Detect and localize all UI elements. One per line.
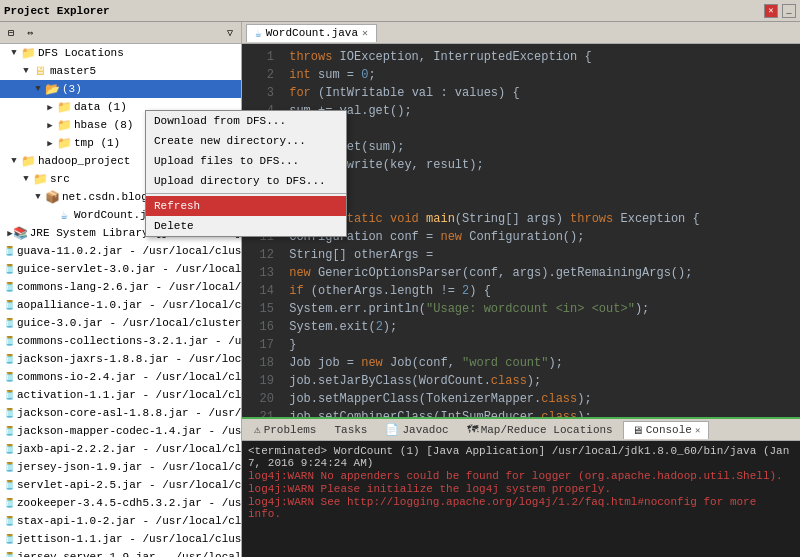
folder3-icon: 📂 [44, 81, 60, 97]
tab-problems[interactable]: ⚠ Problems [246, 421, 324, 438]
stax-api-label: stax-api-1.0-2.jar - /usr/local/cluster/… [17, 515, 241, 527]
stax-api-jar-icon: 🫙 [4, 513, 15, 529]
code-line-13: 13 new GenericOptionsParser(conf, args).… [250, 264, 792, 282]
tree-commons-collections[interactable]: 🫙 commons-collections-3.2.1.jar - /usr/l… [0, 332, 241, 350]
window-min-btn[interactable]: _ [782, 4, 796, 18]
problems-label: Problems [264, 424, 317, 436]
wc-space [44, 209, 56, 221]
tree-commons-lang[interactable]: 🫙 commons-lang-2.6.jar - /usr/local/clus… [0, 278, 241, 296]
code-line-21: 21 job.setCombinerClass(IntSumReducer.cl… [250, 408, 792, 417]
tree-jersey-json[interactable]: 🫙 jersey-json-1.9.jar - /usr/local/clust… [0, 458, 241, 476]
code-line-14: 14 if (otherArgs.length != 2) { [250, 282, 792, 300]
jettison-jar-icon: 🫙 [4, 531, 15, 547]
servlet-api-label: servlet-api-2.5.jar - /usr/local/cluster… [17, 479, 241, 491]
tree-guava[interactable]: 🫙 guava-11.0.2.jar - /usr/local/cluster/… [0, 242, 241, 260]
hadoop-arrow: ▼ [8, 155, 20, 167]
tree-stax-api[interactable]: 🫙 stax-api-1.0-2.jar - /usr/local/cluste… [0, 512, 241, 530]
java-file-icon: ☕ [56, 207, 72, 223]
commons-io-jar-icon: 🫙 [4, 369, 15, 385]
console-header-text: <terminated> WordCount (1) [Java Applica… [248, 445, 789, 469]
console-close-icon[interactable]: ✕ [695, 425, 700, 436]
right-panel: ☕ WordCount.java ✕ 1 throws IOException,… [242, 22, 800, 557]
guice3-jar-icon: 🫙 [4, 315, 15, 331]
tree-jackson-jaxrs[interactable]: 🫙 jackson-jaxrs-1.8.8.jar - /usr/local/c… [0, 350, 241, 368]
hbase-arrow: ▶ [44, 119, 56, 131]
tree-commons-io[interactable]: 🫙 commons-io-2.4.jar - /usr/local/cluste… [0, 368, 241, 386]
hadoop-folder-icon: 📁 [20, 153, 36, 169]
jersey-server-jar-icon: 🫙 [4, 549, 15, 557]
tree-activation[interactable]: 🫙 activation-1.1.jar - /usr/local/cluste… [0, 386, 241, 404]
context-menu-create-dir-label: Create new directory... [154, 135, 306, 147]
context-menu-upload-files[interactable]: Upload files to DFS... [146, 151, 346, 171]
hbase-label: hbase (8) [74, 119, 133, 131]
tab-tasks[interactable]: Tasks [326, 422, 375, 438]
context-menu-download[interactable]: Download from DFS... [146, 111, 346, 131]
tree-aopalliance[interactable]: 🫙 aopalliance-1.0.jar - /usr/local/clust… [0, 296, 241, 314]
commons-lang-jar-icon: 🫙 [4, 279, 15, 295]
console-output[interactable]: <terminated> WordCount (1) [Java Applica… [242, 441, 800, 557]
context-menu-upload-dir[interactable]: Upload directory to DFS... [146, 171, 346, 191]
code-line-1: 1 throws IOException, InterruptedExcepti… [250, 48, 792, 66]
context-menu-create-dir[interactable]: Create new directory... [146, 131, 346, 151]
code-line-16: 16 System.exit(2); [250, 318, 792, 336]
window-close-btn[interactable]: ✕ [764, 4, 778, 18]
tab-console[interactable]: 🖥 Console ✕ [623, 421, 710, 439]
commons-io-label: commons-io-2.4.jar - /usr/local/cluster/… [17, 371, 241, 383]
java-tab-icon: ☕ [255, 27, 262, 40]
jaxb-api-jar-icon: 🫙 [4, 441, 15, 457]
left-toolbar: ⊟ ⇔ ▽ [0, 22, 241, 44]
tree-jaxb-api[interactable]: 🫙 jaxb-api-2.2.2.jar - /usr/local/cluste… [0, 440, 241, 458]
main-layout: ⊟ ⇔ ▽ ▼ 📁 DFS Locations ▼ 🖥 master5 [0, 22, 800, 557]
tab-close-icon[interactable]: ✕ [362, 27, 368, 39]
console-header-line: <terminated> WordCount (1) [Java Applica… [248, 445, 794, 469]
commons-lang-label: commons-lang-2.6.jar - /usr/local/cluste [17, 281, 241, 293]
tree-folder3[interactable]: ▼ 📂 (3) [0, 80, 241, 98]
tree-guice-servlet[interactable]: 🫙 guice-servlet-3.0.jar - /usr/local/clu… [0, 260, 241, 278]
javadoc-icon: 📄 [385, 423, 399, 436]
javadoc-label: Javadoc [402, 424, 448, 436]
jersey-json-label: jersey-json-1.9.jar - /usr/local/cluster… [17, 461, 241, 473]
editor-header: ☕ WordCount.java ✕ [242, 22, 800, 44]
context-menu-refresh[interactable]: Refresh [146, 196, 346, 216]
tree-master5[interactable]: ▼ 🖥 master5 [0, 62, 241, 80]
tree-servlet-api[interactable]: 🫙 servlet-api-2.5.jar - /usr/local/clust… [0, 476, 241, 494]
code-line-3: 3 for (IntWritable val : values) { [250, 84, 792, 102]
code-line-19: 19 job.setJarByClass(WordCount.class); [250, 372, 792, 390]
tree-dfs-locations[interactable]: ▼ 📁 DFS Locations [0, 44, 241, 62]
collapse-all-btn[interactable]: ⊟ [2, 24, 20, 42]
console-warn-2: log4j:WARN Please initialize the log4j s… [248, 483, 794, 495]
jackson-mapper-label: jackson-mapper-codec-1.4.jar - /usr/loca… [17, 425, 241, 437]
folder3-arrow: ▼ [32, 83, 44, 95]
commons-collections-jar-icon: 🫙 [4, 333, 15, 349]
context-menu-delete[interactable]: Delete [146, 216, 346, 236]
tree-jersey-server[interactable]: 🫙 jersey-server-1.9.jar - /usr/local/clu… [0, 548, 241, 557]
hbase-folder-icon: 📁 [56, 117, 72, 133]
dfs-locations-label: DFS Locations [38, 47, 124, 59]
hadoop-project-label: hadoop_project [38, 155, 130, 167]
link-editor-btn[interactable]: ⇔ [21, 24, 39, 42]
tab-mapreduce[interactable]: 🗺 Map/Reduce Locations [459, 421, 621, 438]
master5-folder-icon: 🖥 [32, 63, 48, 79]
aopalliance-jar-icon: 🫙 [4, 297, 15, 313]
left-panel: ⊟ ⇔ ▽ ▼ 📁 DFS Locations ▼ 🖥 master5 [0, 22, 242, 557]
context-menu-upload-dir-label: Upload directory to DFS... [154, 175, 326, 187]
package-icon: 📦 [44, 189, 60, 205]
editor-tab-wordcount[interactable]: ☕ WordCount.java ✕ [246, 24, 377, 42]
context-menu-separator [146, 193, 346, 194]
tree-jackson-mapper[interactable]: 🫙 jackson-mapper-codec-1.4.jar - /usr/lo… [0, 422, 241, 440]
folder3-label: (3) [62, 83, 82, 95]
tab-javadoc[interactable]: 📄 Javadoc [377, 421, 456, 438]
console-icon: 🖥 [632, 424, 643, 437]
view-menu-btn[interactable]: ▽ [221, 24, 239, 42]
guice-servlet-label: guice-servlet-3.0.jar - /usr/local/clust… [17, 263, 241, 275]
jackson-core-asl-jar-icon: 🫙 [4, 405, 15, 421]
context-menu-refresh-label: Refresh [154, 200, 200, 212]
dfs-folder-icon: 📁 [20, 45, 36, 61]
data-label: data (1) [74, 101, 127, 113]
tree-jettison[interactable]: 🫙 jettison-1.1.jar - /usr/local/cluster/… [0, 530, 241, 548]
tree-jackson-core-asl[interactable]: 🫙 jackson-core-asl-1.8.8.jar - /usr/loca… [0, 404, 241, 422]
tree-zookeeper[interactable]: 🫙 zookeeper-3.4.5-cdh5.3.2.jar - /usr/lo… [0, 494, 241, 512]
activation-label: activation-1.1.jar - /usr/local/cluster/… [17, 389, 241, 401]
tree-guice3[interactable]: 🫙 guice-3.0.jar - /usr/local/cluster/had… [0, 314, 241, 332]
zookeeper-label: zookeeper-3.4.5-cdh5.3.2.jar - /usr/loca… [17, 497, 241, 509]
